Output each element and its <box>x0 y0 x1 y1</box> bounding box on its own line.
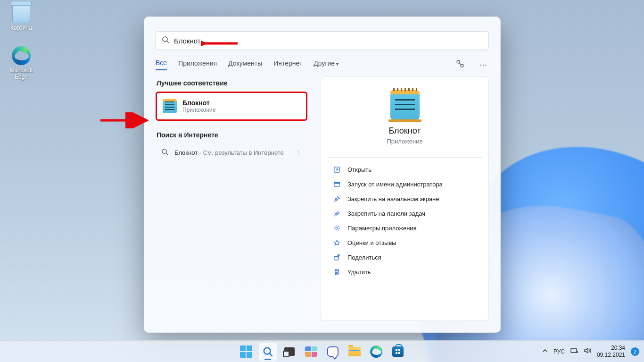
svg-rect-8 <box>334 182 339 184</box>
svg-line-1 <box>167 41 169 43</box>
system-tray: РУС 20:34 09.12.2021 2 <box>542 345 639 358</box>
notification-badge[interactable]: 2 <box>631 347 639 356</box>
action-run-as-admin[interactable]: Запуск от имени администратора <box>330 177 479 192</box>
details-subtitle: Приложение <box>330 138 479 145</box>
notepad-large-icon <box>390 90 420 119</box>
network-icon[interactable] <box>570 347 578 355</box>
svg-point-0 <box>163 37 167 42</box>
folder-icon <box>348 347 361 356</box>
action-pin-taskbar[interactable]: Закрепить на панели задач <box>330 206 479 221</box>
tab-all[interactable]: Все <box>156 59 167 70</box>
pin-icon <box>332 210 341 217</box>
action-label: Удалить <box>347 269 371 276</box>
web-search-result[interactable]: Блокнот - См. результаты в Интернете 〉 <box>156 143 307 162</box>
taskbar-center <box>237 342 407 361</box>
widgets-button[interactable] <box>302 342 321 361</box>
web-result-text: Блокнот - См. результаты в Интернете <box>174 149 291 156</box>
best-match-title: Блокнот <box>182 99 215 107</box>
svg-point-4 <box>162 149 166 153</box>
svg-point-13 <box>264 347 271 354</box>
desktop-icon-label: Microsoft Edge <box>3 67 40 80</box>
action-app-settings[interactable]: Параметры приложения <box>330 221 479 236</box>
action-open[interactable]: Открыть <box>330 162 479 177</box>
desktop-icon-recycle-bin[interactable]: Корзина <box>3 3 40 31</box>
section-best-match-title: Лучшее соответствие <box>157 79 307 87</box>
svg-point-9 <box>336 227 338 229</box>
action-label: Параметры приложения <box>347 225 417 232</box>
start-button[interactable] <box>237 342 256 361</box>
star-icon <box>332 239 341 246</box>
widgets-icon <box>305 346 317 357</box>
details-pane: Блокнот Приложение Открыть Запуск от име… <box>321 76 489 321</box>
tab-apps[interactable]: Приложения <box>178 59 217 70</box>
action-label: Закрепить на панели задач <box>347 210 425 217</box>
action-label: Открыть <box>347 166 372 173</box>
tab-more[interactable]: Другие▾ <box>314 59 339 70</box>
best-match-subtitle: Приложение <box>182 107 215 113</box>
share-icon <box>332 254 341 261</box>
search-bar[interactable] <box>156 31 489 50</box>
action-label: Закрепить на начальном экране <box>347 195 439 202</box>
trash-icon <box>332 269 341 276</box>
desktop-icon-label: Корзина <box>3 25 40 31</box>
edge-icon <box>11 45 32 66</box>
gear-icon <box>332 225 341 232</box>
file-explorer-button[interactable] <box>345 342 364 361</box>
notepad-icon <box>163 99 177 113</box>
svg-rect-15 <box>571 348 577 353</box>
action-label: Запуск от имени администратора <box>347 181 443 188</box>
chevron-right-icon: 〉 <box>297 149 303 157</box>
action-reviews[interactable]: Оценки и отзывы <box>330 236 479 250</box>
details-title: Блокнот <box>330 126 479 136</box>
task-view-button[interactable] <box>280 342 299 361</box>
results-column: Лучшее соответствие Блокнот Приложение П… <box>156 76 307 321</box>
pin-icon <box>332 195 341 202</box>
open-icon <box>332 166 341 173</box>
action-label: Поделиться <box>347 254 381 261</box>
desktop-icon-edge[interactable]: Microsoft Edge <box>3 45 40 80</box>
chevron-down-icon: ▾ <box>336 61 339 67</box>
action-pin-start[interactable]: Закрепить на начальном экране <box>330 192 479 206</box>
search-icon <box>162 36 169 45</box>
windows-logo-icon <box>240 345 252 358</box>
tab-internet[interactable]: Интернет <box>273 59 302 70</box>
separator <box>328 157 482 158</box>
language-indicator[interactable]: РУС <box>553 348 565 355</box>
search-icon <box>160 148 169 157</box>
action-label: Оценки и отзывы <box>347 239 396 246</box>
search-icon <box>262 345 274 358</box>
chat-button[interactable] <box>323 342 342 361</box>
section-web-title: Поиск в Интернете <box>157 131 307 139</box>
desktop: Корзина Microsoft Edge Все Приложения До… <box>0 0 644 362</box>
action-uninstall[interactable]: Удалить <box>330 265 479 279</box>
recycle-bin-icon <box>11 3 32 24</box>
filter-tabs: Все Приложения Документы Интернет Другие… <box>144 56 500 76</box>
taskbar-search-button[interactable] <box>258 342 277 361</box>
clock[interactable]: 20:34 09.12.2021 <box>597 345 625 358</box>
action-share[interactable]: Поделиться <box>330 250 479 265</box>
start-search-panel: Все Приложения Документы Интернет Другие… <box>144 17 501 333</box>
tray-chevron-up-icon[interactable] <box>542 348 548 355</box>
date-text: 09.12.2021 <box>597 352 625 358</box>
task-view-icon <box>284 347 295 356</box>
best-match-result[interactable]: Блокнот Приложение <box>156 92 307 121</box>
svg-rect-10 <box>334 257 338 261</box>
taskbar: РУС 20:34 09.12.2021 2 <box>0 340 644 362</box>
microsoft-store-button[interactable] <box>388 342 407 361</box>
svg-line-5 <box>166 153 168 155</box>
store-icon <box>392 346 404 357</box>
search-input[interactable] <box>174 37 483 45</box>
quick-search-icon[interactable] <box>454 58 466 72</box>
time-text: 20:34 <box>597 345 625 351</box>
svg-line-14 <box>270 354 272 356</box>
volume-icon[interactable] <box>584 347 591 355</box>
edge-icon <box>370 345 382 358</box>
tab-documents[interactable]: Документы <box>228 59 262 70</box>
shield-admin-icon <box>332 181 341 188</box>
edge-button[interactable] <box>367 342 386 361</box>
chat-icon <box>327 346 339 357</box>
more-options-icon[interactable]: ⋯ <box>478 59 489 71</box>
